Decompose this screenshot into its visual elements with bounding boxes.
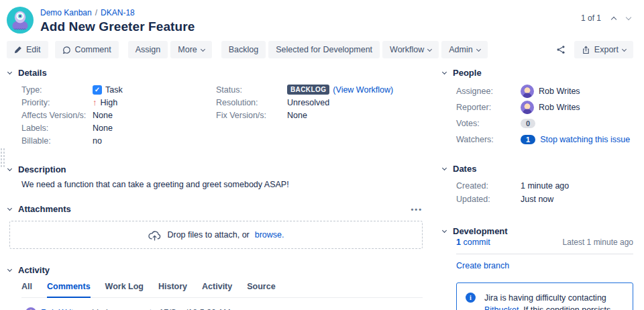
task-type-icon: ✓ — [93, 85, 102, 95]
people-section-header[interactable]: People — [443, 68, 633, 78]
section-drag-handle[interactable] — [0, 148, 5, 168]
field-votes: Votes: 0 — [456, 115, 633, 132]
development-section-header[interactable]: Development — [443, 226, 633, 236]
fix-versions-label: Fix Version/s: — [216, 111, 287, 120]
divider — [456, 254, 633, 254]
type-label: Type: — [21, 85, 93, 95]
priority-value: High — [101, 98, 118, 107]
details-section: Details Type: ✓Task Priority: ↑High — [8, 68, 423, 147]
labels-label: Labels: — [21, 123, 93, 133]
votes-badge[interactable]: 0 — [521, 119, 535, 128]
commit-label: commit — [461, 238, 490, 247]
field-type: Type: ✓Task — [21, 83, 216, 96]
collapse-chevron-icon — [442, 70, 447, 74]
issue-header: Demo Kanban/DKAN-18 Add New Greeter Feat… — [7, 7, 633, 34]
description-section-header[interactable]: Description — [8, 164, 423, 174]
share-button[interactable] — [551, 41, 570, 58]
comment-header: Rob Writes added a comment - 17/Sep/18 5… — [17, 307, 423, 310]
details-right-fields: Status: BACKLOG(View Workflow) Resolutio… — [216, 83, 423, 147]
attachment-dropzone[interactable]: Drop files to attach, or browse. — [9, 221, 423, 249]
pager-count: 1 of 1 — [581, 13, 601, 23]
field-resolution: Resolution: Unresolved — [216, 96, 423, 109]
chevron-down-icon — [476, 46, 481, 51]
watchers-badge[interactable]: 1 — [521, 135, 535, 144]
assignee-value[interactable]: Rob Writes — [539, 87, 580, 96]
workflow-button[interactable]: Workflow — [382, 41, 439, 58]
tab-work-log[interactable]: Work Log — [105, 282, 144, 297]
dates-section-header[interactable]: Dates — [443, 164, 633, 174]
tab-activity[interactable]: Activity — [202, 282, 232, 297]
created-value: 1 minute ago — [521, 181, 569, 191]
chevron-down-icon[interactable] — [626, 15, 631, 20]
details-section-header[interactable]: Details — [8, 68, 423, 78]
issue-page: Demo Kanban/DKAN-18 Add New Greeter Feat… — [0, 0, 644, 310]
edit-button[interactable]: Edit — [7, 41, 48, 58]
field-billable: Billable: no — [21, 134, 216, 147]
updated-label: Updated: — [456, 195, 521, 204]
more-button[interactable]: More — [170, 41, 211, 58]
affects-versions-value: None — [93, 111, 113, 120]
collapse-chevron-icon — [7, 70, 12, 74]
reporter-value[interactable]: Rob Writes — [539, 103, 580, 112]
field-watchers: Watchers: 1 Stop watching this issue — [456, 132, 633, 148]
commits-link[interactable]: 1 commit — [456, 238, 490, 247]
attachments-section-header[interactable]: Attachments ••• — [8, 204, 423, 214]
field-created: Created: 1 minute ago — [456, 179, 633, 193]
dropzone-text: Drop files to attach, or — [167, 230, 249, 240]
commit-count: 1 — [456, 238, 461, 247]
tab-all[interactable]: All — [21, 282, 32, 297]
priority-high-icon: ↑ — [93, 97, 97, 107]
development-heading: Development — [453, 226, 508, 236]
reporter-label: Reporter: — [456, 103, 521, 112]
field-status: Status: BACKLOG(View Workflow) — [216, 83, 423, 96]
field-fix-versions: Fix Version/s: None — [216, 109, 423, 121]
stop-watching-link[interactable]: Stop watching this issue — [540, 135, 630, 144]
browse-files-link[interactable]: browse. — [255, 230, 284, 240]
breadcrumb: Demo Kanban/DKAN-18 — [40, 8, 581, 17]
right-column: People Assignee: Rob Writes Reporter: — [423, 68, 633, 310]
create-branch-link[interactable]: Create branch — [456, 261, 509, 270]
tab-history[interactable]: History — [158, 282, 187, 297]
collapse-chevron-icon — [7, 267, 12, 272]
backlog-transition-button[interactable]: Backlog — [221, 41, 266, 58]
page-title: Add New Greeter Feature — [40, 19, 581, 34]
cloud-upload-icon — [148, 228, 162, 242]
assign-button[interactable]: Assign — [128, 41, 168, 58]
collapse-chevron-icon — [7, 166, 12, 171]
more-button-label: More — [178, 45, 197, 54]
field-labels: Labels: None — [21, 121, 216, 134]
edit-button-label: Edit — [26, 45, 41, 54]
attachments-section: Attachments ••• Drop files to attach, or… — [8, 204, 423, 249]
info-text-prefix: Jira is having difficulty contacting — [484, 293, 606, 303]
chevron-down-icon — [622, 46, 627, 51]
view-workflow-link[interactable]: (View Workflow) — [333, 85, 393, 95]
status-label: Status: — [216, 85, 287, 95]
updated-value: Just now — [521, 195, 553, 204]
share-icon — [556, 45, 566, 54]
chevron-down-icon — [427, 46, 432, 51]
export-button-label: Export — [594, 45, 619, 54]
export-icon — [582, 46, 590, 54]
selected-for-development-button[interactable]: Selected for Development — [268, 41, 380, 58]
billable-value: no — [93, 136, 102, 146]
development-section: Development 1 commit Latest 1 minute ago… — [443, 226, 633, 310]
breadcrumb-issue-key-link[interactable]: DKAN-18 — [101, 8, 135, 17]
bitbucket-link[interactable]: Bitbucket — [484, 305, 519, 310]
tab-source[interactable]: Source — [247, 282, 275, 297]
comment-button[interactable]: Comment — [55, 41, 119, 58]
tab-comments[interactable]: Comments — [47, 282, 91, 298]
created-label: Created: — [456, 181, 521, 191]
collapse-chevron-icon — [442, 228, 447, 233]
admin-button-label: Admin — [449, 45, 472, 54]
activity-section-header[interactable]: Activity — [8, 265, 423, 275]
attachments-more-menu[interactable]: ••• — [411, 205, 423, 213]
bitbucket-warning-panel: i Jira is having difficulty contacting B… — [456, 282, 633, 310]
export-button[interactable]: Export — [574, 41, 633, 58]
field-updated: Updated: Just now — [456, 193, 633, 206]
admin-button[interactable]: Admin — [441, 41, 487, 58]
chevron-up-icon[interactable] — [611, 16, 616, 21]
breadcrumb-project-link[interactable]: Demo Kanban — [40, 8, 92, 17]
workflow-button-label: Workflow — [390, 45, 424, 54]
field-affects-versions: Affects Version/s: None — [21, 109, 216, 121]
description-text: We need a function that can take a greet… — [8, 174, 423, 189]
